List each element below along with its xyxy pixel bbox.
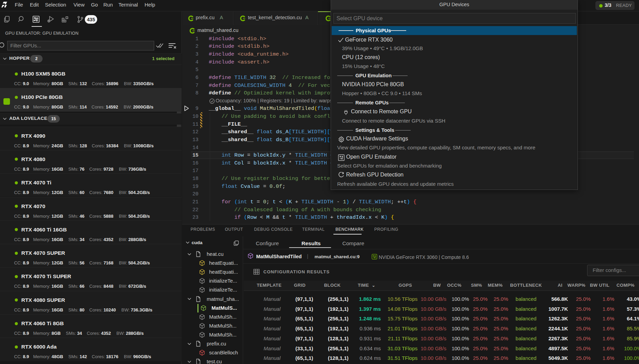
svg-text:UDA: UDA <box>243 18 246 19</box>
svg-text:UDA: UDA <box>193 30 195 32</box>
svg-text:UDA: UDA <box>192 18 194 19</box>
